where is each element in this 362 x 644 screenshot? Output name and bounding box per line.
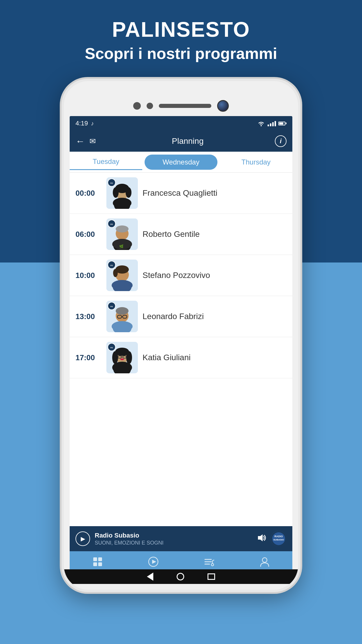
- nav-play[interactable]: [125, 556, 181, 567]
- schedule-item-4[interactable]: 17:00 RS: [70, 337, 292, 378]
- camera-lens: [217, 100, 229, 112]
- svg-point-47: [112, 351, 118, 364]
- day-tabs: Tuesday Wednesday Thursday: [70, 152, 292, 173]
- svg-point-10: [113, 198, 131, 208]
- radio-logo-4: RS: [108, 343, 116, 351]
- android-back-button[interactable]: [147, 573, 153, 581]
- svg-point-68: [211, 564, 214, 566]
- schedule-time-2: 10:00: [75, 271, 102, 280]
- phone-frame: 4:19 ♪: [61, 79, 301, 592]
- info-button[interactable]: i: [275, 135, 287, 147]
- player-title: Radio Subasio: [95, 532, 252, 539]
- avatar-4: RS: [106, 342, 138, 373]
- schedule-time-1: 06:00: [75, 230, 102, 239]
- svg-text:RS: RS: [110, 265, 113, 266]
- svg-rect-59: [93, 557, 97, 561]
- radio-logo-0: RS: [108, 178, 116, 187]
- svg-rect-61: [93, 562, 97, 566]
- svg-point-53: [112, 362, 132, 373]
- svg-point-9: [126, 187, 131, 198]
- svg-point-49: [120, 358, 124, 360]
- android-home-button[interactable]: [177, 573, 184, 580]
- schedule-time-3: 13:00: [75, 312, 102, 321]
- svg-text:🌿: 🌿: [119, 244, 124, 249]
- header-title: PALINSESTO: [0, 18, 362, 41]
- player-logo: RADIO SUBASIO: [271, 531, 287, 547]
- music-icon: ♪: [91, 120, 94, 127]
- svg-text:RS: RS: [110, 182, 113, 184]
- avatar-0: RS: [106, 177, 138, 209]
- svg-marker-54: [258, 534, 263, 541]
- tab-thursday[interactable]: Thursday: [220, 154, 292, 170]
- schedule-name-4: Katia Giuliani: [143, 353, 287, 362]
- app-bar: ← ✉ Planning i: [70, 131, 292, 152]
- phone-bottom-bar: [64, 569, 298, 584]
- schedule-item-3[interactable]: 13:00 RS: [70, 296, 292, 337]
- schedule-name-2: Stefano Pozzovivo: [143, 271, 287, 280]
- header-subtitle: Scopri i nostri programmi: [0, 44, 362, 62]
- schedule-time-0: 00:00: [75, 189, 102, 198]
- sensor-dot-1: [133, 102, 141, 110]
- svg-text:SUBASIO: SUBASIO: [273, 538, 284, 541]
- svg-text:RS: RS: [110, 306, 113, 307]
- nav-home[interactable]: [70, 556, 125, 567]
- svg-point-28: [112, 280, 133, 290]
- nav-playlist[interactable]: [181, 556, 237, 567]
- svg-marker-64: [152, 560, 156, 564]
- signal-icon: [268, 120, 276, 126]
- svg-point-39: [112, 321, 133, 332]
- avatar-3: RS: [106, 301, 138, 332]
- svg-point-48: [126, 351, 132, 364]
- schedule-item-0[interactable]: 00:00 RS: [70, 173, 292, 214]
- status-right: [257, 120, 287, 127]
- schedule-time-4: 17:00: [75, 353, 102, 362]
- avatar-2: RS: [106, 260, 138, 291]
- schedule-item-1[interactable]: 06:00 RS: [70, 214, 292, 255]
- schedule-list: 00:00 RS: [70, 173, 292, 526]
- svg-text:RADIO: RADIO: [275, 535, 283, 538]
- svg-text:RS: RS: [110, 347, 113, 349]
- player-info: Radio Subasio SUONI, EMOZIONI E SOGNI: [95, 532, 252, 546]
- svg-rect-62: [98, 562, 102, 566]
- status-time: 4:19: [75, 120, 88, 127]
- tab-tuesday[interactable]: Tuesday: [70, 154, 142, 170]
- app-title: Planning: [101, 136, 275, 146]
- svg-point-27: [113, 269, 118, 277]
- phone-inner: 4:19 ♪: [64, 81, 298, 590]
- screen-content: 4:19 ♪: [70, 116, 292, 572]
- page-header: PALINSESTO Scopri i nostri programmi: [0, 18, 362, 62]
- svg-point-8: [113, 187, 119, 198]
- svg-point-38: [116, 307, 129, 315]
- speaker-bar: [159, 104, 211, 108]
- svg-point-71: [262, 558, 267, 562]
- schedule-item-2[interactable]: 10:00 RS: [70, 255, 292, 296]
- phone-sensors: [64, 97, 298, 115]
- battery-icon: [278, 122, 287, 125]
- player-play-button[interactable]: ▶: [75, 531, 90, 546]
- player-subtitle: SUONI, EMOZIONI E SOGNI: [95, 540, 252, 546]
- schedule-name-3: Leonardo Fabrizi: [143, 312, 287, 321]
- svg-text:RS: RS: [110, 223, 113, 225]
- bottom-player: ▶ Radio Subasio SUONI, EMOZIONI E SOGNI: [70, 526, 292, 551]
- mail-icon[interactable]: ✉: [89, 137, 96, 146]
- tab-wednesday[interactable]: Wednesday: [145, 155, 217, 170]
- avatar-1: RS 🌿: [106, 218, 138, 250]
- player-volume-icon[interactable]: [256, 534, 266, 544]
- status-left: 4:19 ♪: [75, 120, 94, 127]
- sensor-dot-2: [147, 103, 153, 109]
- back-button[interactable]: ←: [75, 136, 85, 147]
- radio-logo-1: RS: [108, 220, 116, 228]
- wifi-icon: [257, 120, 265, 127]
- schedule-name-1: Roberto Gentile: [143, 230, 287, 239]
- schedule-name-0: Francesca Quaglietti: [143, 188, 287, 198]
- svg-point-17: [116, 225, 129, 232]
- nav-profile[interactable]: [237, 556, 292, 567]
- svg-point-0: [261, 125, 262, 126]
- svg-line-70: [212, 560, 214, 561]
- phone-screen: 4:19 ♪: [70, 116, 292, 572]
- android-recent-button[interactable]: [208, 573, 215, 580]
- status-bar: 4:19 ♪: [70, 116, 292, 131]
- radio-logo-2: RS: [108, 261, 116, 269]
- svg-rect-60: [98, 557, 102, 561]
- radio-logo-3: RS: [108, 302, 116, 310]
